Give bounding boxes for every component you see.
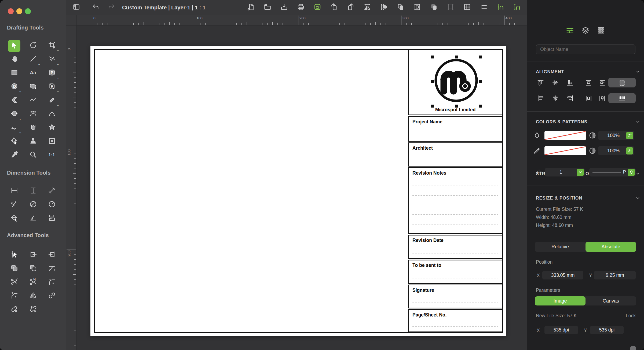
align-to-selection-button[interactable] [608, 78, 636, 87]
tool-angle-line[interactable]: ⌄ [43, 53, 61, 66]
tool-parallel-shape[interactable]: P⌄ [43, 66, 61, 80]
open-folder-button[interactable] [263, 3, 272, 12]
tool-combine-subtract[interactable] [24, 262, 42, 275]
pen-contrast-icon[interactable] [588, 147, 597, 155]
pen-color-swatch[interactable] [544, 146, 586, 155]
tab-layers[interactable] [580, 25, 591, 36]
tool-trim[interactable] [5, 275, 24, 289]
tool-irregular-polygon[interactable] [24, 121, 42, 135]
align-bottom-button[interactable] [564, 78, 576, 88]
tab-properties[interactable] [564, 25, 576, 36]
paste-inside-button[interactable] [413, 3, 422, 12]
tool-select[interactable] [5, 39, 24, 53]
tool-dim-perpendicular[interactable] [5, 198, 24, 212]
close-window-button[interactable] [8, 8, 14, 14]
position-x-field[interactable]: 333.05 mm [542, 271, 583, 279]
fill-gradient-button[interactable] [626, 132, 633, 139]
tool-dim-radius[interactable] [43, 198, 61, 212]
tool-text[interactable]: Aa [24, 66, 42, 80]
tool-crop[interactable]: ⌄ [43, 39, 61, 53]
tool-arc[interactable] [43, 107, 61, 121]
tool-one-to-one[interactable]: 1:1 [43, 148, 61, 162]
copy-object-button[interactable] [429, 3, 438, 12]
tool-chamfer[interactable] [5, 289, 24, 303]
tool-dim-horizontal[interactable] [5, 184, 24, 198]
tool-bezier[interactable] [24, 107, 42, 121]
tool-eyedropper[interactable] [5, 148, 24, 162]
tool-dim-vertical[interactable] [24, 184, 42, 198]
canvas-button[interactable]: Canvas [586, 296, 636, 305]
text-frame-button[interactable] [313, 3, 322, 12]
rotate-right-button[interactable] [346, 3, 355, 12]
pen-gradient-button[interactable] [626, 147, 633, 154]
selection-handle[interactable] [479, 80, 482, 83]
selection-handle[interactable] [479, 56, 482, 58]
tool-multi-trim[interactable]: M [24, 275, 42, 289]
tool-dim-diagonal[interactable] [43, 184, 61, 198]
distribute-objects-button[interactable] [608, 93, 636, 103]
table-grid-button[interactable] [463, 3, 472, 12]
title-block-field-revision-date[interactable]: Revision Date [408, 235, 503, 259]
align-top-button[interactable] [535, 78, 546, 88]
tab-library[interactable] [595, 25, 607, 36]
maximize-window-button[interactable] [25, 8, 31, 14]
group-button[interactable] [446, 3, 455, 12]
import-file-button[interactable] [280, 3, 289, 12]
relative-button[interactable]: Relative [535, 242, 586, 252]
position-y-field[interactable]: 9.25 mm [594, 271, 636, 279]
tool-d-circle[interactable]: D⌄ [5, 80, 24, 94]
new-document-button[interactable] [246, 3, 255, 12]
tool-unlink-all[interactable] [24, 303, 42, 316]
snap-vertical-button[interactable] [513, 3, 522, 12]
tool-zoom-tool[interactable] [24, 148, 42, 162]
object-name-input[interactable] [536, 45, 635, 54]
pen-opacity-field[interactable]: 100% [598, 146, 634, 155]
chevron-down-icon[interactable] [635, 119, 640, 124]
dpi-x-field[interactable]: 535 dpi [544, 326, 578, 334]
snap-horizontal-button[interactable] [496, 3, 505, 12]
tool-polyline[interactable] [24, 94, 42, 107]
print-button[interactable] [296, 3, 305, 12]
title-block-logo-cell[interactable]: Microspot Limited [408, 49, 503, 115]
tool-dim-angle[interactable] [24, 212, 42, 225]
tool-unlink[interactable] [5, 303, 24, 316]
fill-color-swatch[interactable] [544, 131, 586, 140]
title-block-field-signature[interactable]: Signature [408, 285, 503, 308]
chevron-down-icon[interactable] [635, 171, 640, 176]
selection-handle[interactable] [431, 105, 434, 108]
chevron-down-icon[interactable] [635, 69, 640, 74]
duplicate-button[interactable] [396, 3, 405, 12]
chevron-down-icon[interactable] [635, 196, 640, 200]
align-right-button[interactable] [564, 93, 576, 103]
align-center-horizontal-button[interactable] [550, 93, 561, 103]
title-block-field-to-be-sent-to[interactable]: To be sent to [408, 260, 503, 284]
tool-star[interactable] [43, 121, 61, 135]
lock-label[interactable]: Lock [626, 313, 636, 319]
line-style-field[interactable]: P [589, 168, 636, 176]
tool-link[interactable] [43, 289, 61, 303]
rotate-left-button[interactable] [330, 3, 339, 12]
tool-line[interactable]: ⌄ [24, 53, 42, 66]
fill-contrast-icon[interactable] [588, 131, 597, 139]
tool-tangent-curve[interactable] [43, 262, 61, 275]
tool-polygon[interactable]: ⌄ [5, 107, 24, 121]
tool-edit-points[interactable] [5, 248, 24, 262]
tool-ellipse[interactable] [24, 80, 42, 94]
tool-extend-left[interactable] [24, 248, 42, 262]
tool-combine-union[interactable] [5, 262, 24, 275]
space-horizontal-button[interactable] [583, 93, 594, 103]
tool-dim-measure[interactable] [43, 212, 61, 225]
tool-stamp[interactable] [24, 135, 42, 148]
title-block-field-revision-notes[interactable]: Revision Notes [408, 167, 503, 234]
title-block-field-architect[interactable]: Architect [408, 142, 503, 167]
tool-dim-diameter[interactable] [24, 198, 42, 212]
toggle-left-sidebar-button[interactable] [72, 3, 81, 12]
tool-dim-center[interactable] [5, 212, 24, 225]
tool-pick-point[interactable] [5, 135, 24, 148]
dpi-y-field[interactable]: 535 dpi [590, 326, 624, 334]
undo-button[interactable] [91, 3, 100, 12]
space-vertical-edge-button[interactable] [597, 78, 608, 88]
flip-vertical-button[interactable] [379, 3, 389, 12]
align-left-button[interactable] [535, 93, 546, 103]
image-button[interactable]: Image [535, 296, 586, 305]
